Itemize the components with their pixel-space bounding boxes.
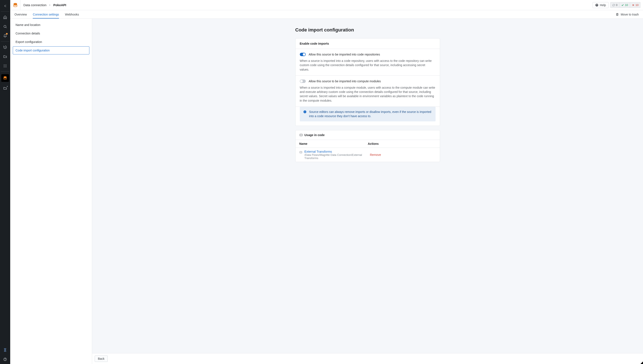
tab-overview[interactable]: Overview [15,10,27,18]
svg-point-3 [6,65,7,65]
info-callout-text: Source editors can always remove imports… [309,110,432,118]
stat-err-value: 10 [635,4,638,6]
page-title: Code import configuration [295,27,440,33]
svg-point-5 [5,66,5,66]
sidenav-code-import-config[interactable]: Code import configuration [13,46,89,54]
code-icon [299,150,302,154]
help-button[interactable]: Help [592,2,608,8]
stat-ok-value: 10 [625,4,628,6]
svg-rect-17 [305,112,305,113]
code-icon [299,133,303,137]
apps-grid-icon[interactable] [1,62,9,70]
tabs-bar: Overview Connection settings Webhooks Mo… [10,10,643,19]
sidenav-connection-details[interactable]: Connection details [13,29,89,38]
menu-collapse-icon[interactable] [1,2,9,10]
sidenav-export-config[interactable]: Export configuration [13,38,89,46]
status-counts: 0 10 10 [610,2,640,8]
svg-point-18 [305,111,305,112]
app-rail: ✦ [0,0,10,364]
toggle-compute-section: Allow this source to be imported into co… [295,76,440,107]
svg-point-0 [4,25,6,28]
col-name: Name [299,142,368,146]
breadcrumb: Data connection PokeAPI [24,3,66,7]
sidenav-name-location[interactable]: Name and location [13,21,89,29]
svg-point-2 [5,65,5,65]
back-button[interactable]: Back [95,356,108,362]
body: Name and location Connection details Exp… [10,19,643,364]
svg-point-4 [4,66,4,66]
usage-header: Usage in code [295,130,440,140]
help-rail-icon[interactable] [1,356,9,363]
settings-sidenav: Name and location Connection details Exp… [10,19,92,364]
svg-point-6 [6,66,7,66]
info-callout: Source editors can always remove imports… [300,107,436,122]
remove-button[interactable]: Remove [370,153,381,156]
history-icon[interactable] [1,43,9,51]
stat-sync-value: 0 [616,4,617,6]
usage-header-text: Usage in code [304,133,325,137]
toggle-compute-desc: When a source is imported into a compute… [300,86,436,103]
toggle-repo-label: Allow this source to be imported into co… [309,53,380,56]
svg-point-8 [5,67,5,67]
toggle-repo-desc: When a source is imported into a code re… [300,59,436,72]
usage-row-path: /Data Flows/Magritte Data Connection/Ext… [304,153,368,160]
move-to-trash-button[interactable]: Move to trash [615,13,639,16]
breadcrumb-current: PokeAPI [53,3,66,7]
stat-ok[interactable]: 10 [619,2,630,8]
database-app-icon[interactable] [1,74,9,82]
svg-point-7 [4,67,4,67]
usage-row-name[interactable]: External Transforms [304,150,368,153]
svg-point-1 [4,65,4,65]
folder-icon[interactable] [1,53,9,60]
resize-corner-icon [640,362,643,364]
usage-row: External Transforms /Data Flows/Magritte… [295,148,440,162]
chevron-right-icon [49,4,51,6]
svg-point-9 [6,67,7,67]
folder-open-icon[interactable]: ✦ [1,84,9,92]
usage-in-code-card: Usage in code Name Actions External Tran… [295,130,440,162]
col-actions: Actions [368,142,436,146]
enable-imports-card: Enable code imports Allow this source to… [295,38,440,126]
help-label: Help [600,4,606,7]
notification-dot [6,33,8,35]
toggle-repo-switch[interactable] [300,53,306,56]
enable-imports-header: Enable code imports [295,38,440,49]
move-to-trash-label: Move to trash [621,13,639,16]
tab-webhooks[interactable]: Webhooks [65,10,79,18]
main-area: Data connection PokeAPI Help 0 10 [10,0,643,364]
toggle-compute-label: Allow this source to be imported into co… [309,80,381,83]
app-logo[interactable] [10,0,21,10]
notifications-icon[interactable] [1,32,9,40]
svg-point-12 [5,360,5,360]
toggle-repo-section: Allow this source to be imported into co… [295,49,440,76]
tab-connection-settings[interactable]: Connection settings [33,10,59,18]
stat-sync[interactable]: 0 [610,2,619,8]
usage-columns: Name Actions [295,140,440,148]
search-icon[interactable] [1,23,9,30]
stat-err[interactable]: 10 [630,2,640,8]
footer-bar: Back [92,353,643,364]
hourglass-icon[interactable] [1,346,9,354]
header-bar: Data connection PokeAPI Help 0 10 [10,0,643,10]
toggle-compute-switch[interactable] [300,80,306,83]
breadcrumb-parent[interactable]: Data connection [24,3,46,7]
home-icon[interactable] [1,14,9,21]
info-icon [303,110,306,118]
content-scroll: Code import configuration Enable code im… [92,19,643,364]
